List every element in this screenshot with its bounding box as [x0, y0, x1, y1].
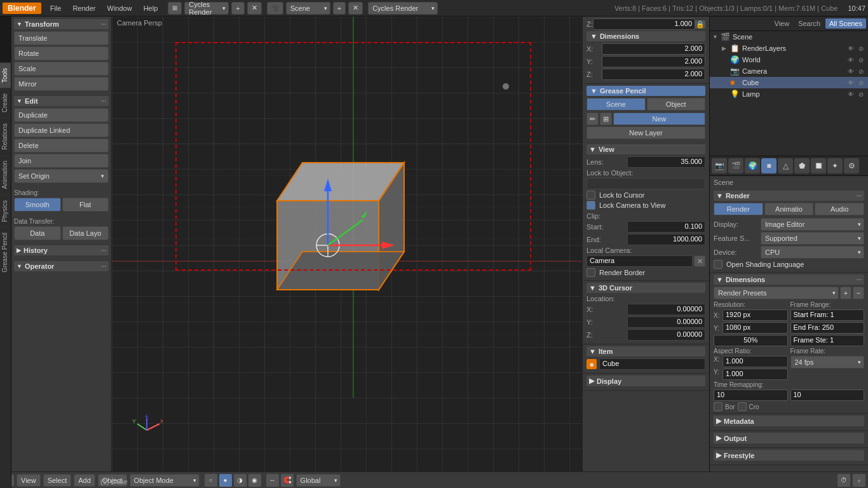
- layout-close[interactable]: ✕: [247, 2, 262, 15]
- btn-new-layer[interactable]: New Layer: [587, 126, 705, 139]
- asp-y-input[interactable]: 1.000: [722, 369, 788, 380]
- btn-animation[interactable]: Animatio: [764, 203, 814, 215]
- clip-start-input[interactable]: 0.100: [627, 221, 705, 233]
- menu-window[interactable]: Window: [102, 3, 137, 13]
- 3d-viewport[interactable]: Camera Persp X Y Z: [112, 17, 582, 471]
- cursor-3d-header[interactable]: ▼ 3D Cursor: [587, 283, 705, 293]
- grid-icon[interactable]: ⊞: [600, 112, 612, 125]
- fps-dropdown[interactable]: 24 fps: [790, 356, 865, 369]
- grease-pencil-header[interactable]: ▼ Grease Pencil: [587, 86, 705, 96]
- eye-icon[interactable]: 👁: [846, 45, 855, 52]
- tab-all-scenes[interactable]: All Scenes: [825, 18, 866, 29]
- z-lock-icon[interactable]: 🔒: [695, 20, 705, 29]
- scene-close[interactable]: ✕: [348, 2, 363, 15]
- physics-icon-btn[interactable]: ⚙: [844, 158, 859, 173]
- global-dropdown[interactable]: Global: [296, 474, 341, 487]
- scene-dropdown[interactable]: Scene: [286, 2, 330, 15]
- res-x-input[interactable]: 1920 px: [722, 309, 788, 321]
- particles-icon-btn[interactable]: ✦: [827, 158, 843, 173]
- btn-data-layo[interactable]: Data Layo: [62, 226, 109, 240]
- edit-header[interactable]: ▼ Edit ···: [14, 96, 109, 106]
- lock-to-object-input[interactable]: [587, 178, 705, 189]
- btn-select[interactable]: Select: [43, 474, 72, 487]
- preset-add-btn[interactable]: +: [840, 287, 851, 299]
- display-dropdown[interactable]: Image Editor: [761, 218, 864, 231]
- preset-remove-btn[interactable]: −: [853, 287, 864, 299]
- screen-layout-icon[interactable]: ⊞: [168, 2, 182, 15]
- res-pct-input[interactable]: 50%: [714, 335, 788, 346]
- timeline-icon[interactable]: ⏱: [837, 474, 850, 487]
- eye-icon2[interactable]: 👁: [846, 57, 855, 64]
- object-icon-btn[interactable]: ■: [761, 158, 776, 173]
- engine-dropdown[interactable]: Cycles Render: [368, 2, 438, 15]
- tree-lamp[interactable]: 💡 Lamp 👁 ⊘: [710, 88, 868, 100]
- render-section-header[interactable]: ▼ Render ···: [714, 191, 864, 201]
- dimensions-render-header[interactable]: ▼ Dimensions ···: [714, 274, 864, 285]
- border-cb[interactable]: [714, 402, 722, 411]
- btn-mirror[interactable]: Mirror: [14, 77, 109, 91]
- display-header[interactable]: ▶ Display: [587, 376, 705, 386]
- tab-relations[interactable]: Relations: [0, 118, 11, 155]
- frame-step-input[interactable]: Frame Ste: 1: [790, 335, 865, 346]
- render-icon-btn[interactable]: 📷: [712, 158, 727, 173]
- manip-icon[interactable]: ↔: [266, 474, 279, 487]
- menu-help[interactable]: Help: [139, 3, 163, 13]
- history-header[interactable]: ▶ History ···: [14, 245, 109, 255]
- lens-input[interactable]: 35.000: [627, 156, 705, 168]
- tab-create[interactable]: Create: [0, 88, 11, 118]
- mesh-icon-btn[interactable]: △: [778, 158, 793, 173]
- old-val-input[interactable]: 10: [714, 390, 788, 401]
- btn-rotate[interactable]: Rotate: [14, 46, 109, 60]
- btn-set-origin[interactable]: Set Origin: [14, 169, 109, 183]
- menu-render[interactable]: Render: [67, 3, 100, 13]
- viewport-shade-btn[interactable]: ○: [205, 474, 217, 487]
- end-frame-input[interactable]: End Fra: 250: [790, 322, 865, 334]
- btn-translate[interactable]: Translate: [14, 31, 109, 45]
- clip-end-input[interactable]: 1000.000: [627, 234, 705, 245]
- btn-new[interactable]: New: [613, 112, 705, 125]
- keyframe-icon[interactable]: ⬦: [853, 474, 865, 487]
- dim-header[interactable]: ▼ Dimensions: [587, 31, 705, 41]
- tab-tools[interactable]: Tools: [0, 62, 11, 88]
- res-y-input[interactable]: 1080 px: [722, 322, 788, 334]
- eye-icon5[interactable]: 👁: [846, 91, 855, 98]
- menu-file[interactable]: File: [45, 3, 67, 13]
- btn-render[interactable]: Render: [714, 203, 763, 215]
- device-dropdown[interactable]: CPU: [761, 246, 864, 259]
- camera-input[interactable]: Camera: [587, 255, 693, 267]
- restrict-icon[interactable]: ⊘: [857, 45, 865, 52]
- btn-scene[interactable]: Scene: [587, 98, 646, 111]
- tab-view[interactable]: View: [771, 18, 794, 29]
- tab-grease-pencil[interactable]: Grease Pencil: [0, 227, 11, 278]
- layout-add[interactable]: +: [231, 2, 244, 15]
- layout-dropdown[interactable]: Cycles Render: [184, 2, 229, 15]
- btn-add[interactable]: Add: [74, 474, 95, 487]
- tree-world[interactable]: 🌍 World 👁 ⊘: [710, 54, 868, 65]
- asp-x-input[interactable]: 1.000: [722, 356, 788, 367]
- btn-duplicate[interactable]: Duplicate: [14, 108, 109, 122]
- btn-delete[interactable]: Delete: [14, 139, 109, 152]
- lock-cursor-cb[interactable]: [587, 191, 595, 200]
- tree-cube[interactable]: ■ Cube 👁 ⊘: [710, 77, 868, 88]
- btn-duplicate-linked[interactable]: Duplicate Linked: [14, 123, 109, 137]
- osl-cb[interactable]: [714, 260, 722, 269]
- eye-icon4[interactable]: 👁: [846, 79, 855, 86]
- start-frame-input[interactable]: Start Fram: 1: [790, 309, 865, 321]
- tree-scene[interactable]: ▼ 🎬 Scene: [710, 31, 868, 43]
- tree-render-layers[interactable]: ▶ 📋 RenderLayers 👁 ⊘: [710, 43, 868, 54]
- freestyle-header[interactable]: ▶ Freestyle: [714, 450, 864, 461]
- texture-icon-btn[interactable]: 🔲: [811, 158, 826, 173]
- item-header[interactable]: ▼ Item: [587, 346, 705, 356]
- render-shade-btn[interactable]: ◉: [248, 474, 261, 487]
- btn-data[interactable]: Data: [14, 226, 61, 240]
- viewport-canvas[interactable]: Camera Persp X Y Z: [112, 17, 582, 471]
- material-icon-btn[interactable]: ⬟: [794, 158, 810, 173]
- render-border-cb[interactable]: [587, 268, 595, 277]
- snap-icon[interactable]: 🧲: [281, 474, 294, 487]
- z-input[interactable]: 1.000: [593, 18, 695, 30]
- dim-y-input[interactable]: 2.000: [602, 56, 705, 67]
- btn-flat[interactable]: Flat: [62, 198, 109, 212]
- lock-camera-cb[interactable]: [587, 201, 595, 210]
- view-header[interactable]: ▼ View: [587, 144, 705, 154]
- btn-scale[interactable]: Scale: [14, 62, 109, 76]
